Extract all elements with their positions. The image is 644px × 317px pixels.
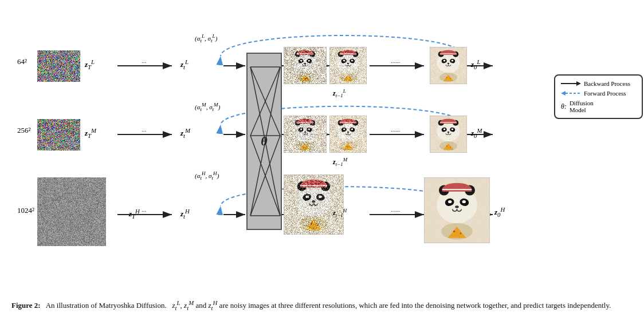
label-z0M: z0M — [471, 127, 482, 139]
svg-text:...: ... — [142, 206, 147, 213]
legend-backward: Backward Process — [561, 80, 636, 87]
svg-marker-33 — [576, 81, 581, 86]
legend-box: Backward Process Forward Process θ: Diff… — [554, 74, 643, 119]
backward-label: Backward Process — [584, 80, 630, 87]
figure-container: ... ...... ... ...... ... — [0, 0, 644, 317]
label-ztL: ztL — [180, 58, 189, 70]
res-label-1024: 1024² — [17, 206, 34, 215]
label-zt1L: zt−1L — [333, 88, 346, 98]
res-label-256: 256² — [17, 126, 30, 135]
legend-forward: Forward Process — [561, 90, 636, 97]
label-zTL: zTL — [85, 58, 95, 70]
res-label-64: 64² — [17, 57, 27, 66]
label-ztM: ztM — [180, 127, 190, 139]
forward-label: Forward Process — [584, 90, 626, 97]
svg-text:...: ... — [142, 126, 147, 133]
label-zTH: zTH — [129, 208, 140, 220]
diffusion-model-label: DiffusionModel — [570, 100, 594, 113]
svg-text:......: ...... — [391, 206, 400, 213]
noise-image-L — [37, 50, 80, 82]
legend-diffusion: θ: DiffusionModel — [561, 100, 636, 113]
clean-panda-L — [430, 47, 467, 84]
noise-image-H — [37, 177, 106, 246]
noise-schedule-L: (αtL, σtL) — [195, 33, 217, 43]
noisy-panda-L — [284, 47, 327, 84]
caption-figure-num: Figure 2: — [11, 301, 41, 310]
svg-text:...: ... — [142, 57, 147, 64]
theta-legend-label: θ: — [561, 102, 567, 111]
forward-arrow-icon — [561, 90, 581, 97]
noisy-panda-H — [284, 175, 344, 235]
noisy-panda-M — [284, 116, 327, 153]
label-z0L: z0L — [471, 58, 481, 70]
label-zTM: zTM — [85, 127, 96, 139]
less-noisy-panda-L — [329, 47, 367, 84]
figure-caption: Figure 2: An illustration of Matryoshka … — [11, 298, 633, 312]
svg-marker-35 — [561, 91, 566, 96]
diagram: ... ...... ... ...... ... — [6, 11, 644, 257]
theta-label: θ — [261, 134, 267, 149]
diffusion-box: θ — [246, 53, 282, 230]
backward-arrow-icon — [561, 80, 581, 87]
svg-text:......: ...... — [391, 126, 400, 133]
label-zt1M: zt−1M — [333, 157, 347, 167]
caption-text: An illustration of Matryoshka Diffusion.… — [42, 301, 611, 310]
label-z0H: z0H — [494, 206, 505, 218]
clean-panda-H — [424, 177, 490, 243]
svg-text:......: ...... — [391, 57, 400, 64]
noise-image-M — [37, 119, 80, 150]
noise-schedule-M: (αtM, σtM) — [195, 102, 220, 112]
clean-panda-M — [430, 116, 467, 153]
less-noisy-panda-M — [329, 116, 367, 153]
noise-schedule-H: (αtH, σtH) — [195, 171, 219, 181]
label-ztH: ztH — [180, 208, 190, 220]
label-zt1H: zt−1H — [333, 208, 347, 218]
